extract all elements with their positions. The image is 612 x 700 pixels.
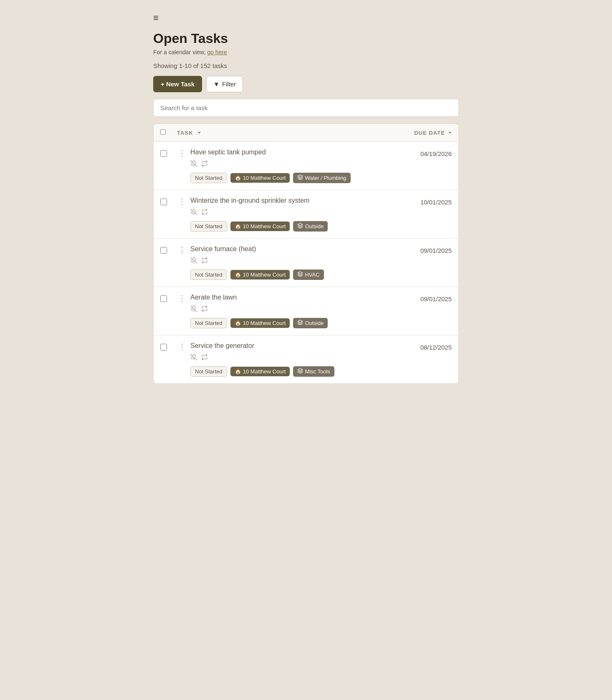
row-tags-2: Not Started 🏠 10 Matthew Court HVAC [190,269,390,280]
search-input[interactable] [153,99,459,117]
stack-icon-4 [297,368,303,375]
task-sort-icon[interactable] [197,132,201,134]
table-header: TASK DUE DATE [154,124,458,142]
repeat-icon-0[interactable] [201,160,208,169]
filter-icon: ▼ [213,81,220,88]
category-tag-2[interactable]: HVAC [293,269,324,280]
repeat-icon-3[interactable] [201,305,208,314]
filter-button[interactable]: ▼ Filter [206,76,243,92]
row-icons-2 [190,257,390,265]
task-title-4: Service the generator [190,342,390,350]
svg-line-6 [191,306,197,312]
task-title-0: Have septic tank pumped [190,149,390,156]
row-tags-1: Not Started 🏠 10 Matthew Court Outside [190,221,390,232]
table-row: ⋮ Service the generator [154,335,458,383]
due-date-0: 04/19/2026 [393,149,452,157]
svg-marker-5 [298,272,303,274]
svg-marker-9 [298,368,303,371]
bell-mute-icon-1[interactable] [190,209,197,217]
stack-icon-2 [297,271,303,278]
calendar-link-row: For a calendar view, go here [153,49,459,55]
location-tag-3[interactable]: 🏠 10 Matthew Court [230,318,290,328]
select-all-checkbox[interactable] [160,129,166,135]
repeat-icon-1[interactable] [201,209,208,217]
category-tag-3[interactable]: Outside [293,318,328,328]
due-date-1: 10/01/2025 [393,197,452,206]
location-tag-1[interactable]: 🏠 10 Matthew Court [230,222,290,231]
row-tags-3: Not Started 🏠 10 Matthew Court Outside [190,318,390,328]
row-menu-1[interactable]: ⋮ [177,197,187,205]
svg-line-8 [191,354,197,360]
house-icon-4: 🏠 [235,368,241,375]
row-content-0: Have septic tank pumped [190,149,390,183]
page-title: Open Tasks [153,31,459,46]
row-checkbox-3[interactable] [160,294,174,304]
due-date-4: 08/12/2025 [393,342,452,351]
house-icon-3: 🏠 [235,320,241,326]
menu-icon[interactable]: ≡ [153,13,459,23]
status-badge-3[interactable]: Not Started [190,318,227,328]
svg-marker-1 [298,175,303,177]
category-tag-1[interactable]: Outside [293,221,328,232]
row-content-2: Service furnace (heat) [190,245,390,280]
row-tags-0: Not Started 🏠 10 Matthew Court Water / P… [190,173,390,183]
row-checkbox-0[interactable] [160,149,174,159]
category-tag-0[interactable]: Water / Plumbing [293,173,350,183]
due-date-3: 09/01/2025 [393,294,452,302]
row-checkbox-1[interactable] [160,197,174,207]
task-title-2: Service furnace (heat) [190,245,390,253]
svg-line-0 [191,161,197,167]
row-menu-2[interactable]: ⋮ [177,245,187,254]
toolbar: + New Task ▼ Filter [153,76,459,92]
checkbox-3[interactable] [160,295,167,302]
stack-icon-0 [297,174,303,181]
repeat-icon-4[interactable] [201,354,208,362]
svg-line-2 [191,209,197,215]
showing-count: Showing 1-10 of 152 tasks [153,62,459,69]
row-checkbox-4[interactable] [160,342,174,352]
table-row: ⋮ Aerate the lawn [154,287,458,335]
location-tag-4[interactable]: 🏠 10 Matthew Court [230,367,290,376]
row-content-1: Winterize the in-ground sprinkler system [190,197,390,232]
row-menu-0[interactable]: ⋮ [177,149,187,157]
status-badge-2[interactable]: Not Started [190,269,227,280]
bell-mute-icon-3[interactable] [190,305,197,314]
status-badge-4[interactable]: Not Started [190,366,227,377]
table-row: ⋮ Winterize the in-ground sprinkler syst… [154,190,458,239]
table-row: ⋮ Service furnace (heat) [154,239,458,287]
row-icons-3 [190,305,390,314]
stack-icon-3 [297,320,303,327]
status-badge-1[interactable]: Not Started [190,221,227,232]
house-icon-0: 🏠 [235,175,241,181]
task-title-3: Aerate the lawn [190,294,390,301]
new-task-button[interactable]: + New Task [153,76,202,92]
checkbox-0[interactable] [160,150,167,157]
task-list: ⋮ Have septic tank pumped [154,142,458,383]
category-tag-4[interactable]: Misc Tools [293,366,334,377]
row-menu-4[interactable]: ⋮ [177,342,187,350]
row-icons-4 [190,354,390,362]
due-sort-icon[interactable] [448,132,452,134]
svg-line-4 [191,257,197,264]
house-icon-2: 🏠 [235,272,241,278]
bell-mute-icon-4[interactable] [190,354,197,362]
checkbox-4[interactable] [160,344,167,350]
bell-mute-icon-0[interactable] [190,160,197,169]
column-due-date: DUE DATE [385,130,452,136]
repeat-icon-2[interactable] [201,257,208,265]
row-checkbox-2[interactable] [160,245,174,255]
row-menu-3[interactable]: ⋮ [177,294,187,302]
bell-mute-icon-2[interactable] [190,257,197,265]
location-tag-2[interactable]: 🏠 10 Matthew Court [230,270,290,279]
calendar-link[interactable]: go here [207,49,227,55]
due-date-2: 09/01/2025 [393,245,452,254]
location-tag-0[interactable]: 🏠 10 Matthew Court [230,173,290,183]
row-content-4: Service the generator [190,342,390,377]
checkbox-2[interactable] [160,247,167,254]
checkbox-1[interactable] [160,199,167,205]
status-badge-0[interactable]: Not Started [190,173,227,183]
row-tags-4: Not Started 🏠 10 Matthew Court Misc Tool… [190,366,390,377]
svg-marker-7 [298,320,303,322]
task-table: TASK DUE DATE ⋮ Have septic tank pumped [153,123,459,384]
task-title-1: Winterize the in-ground sprinkler system [190,197,390,204]
